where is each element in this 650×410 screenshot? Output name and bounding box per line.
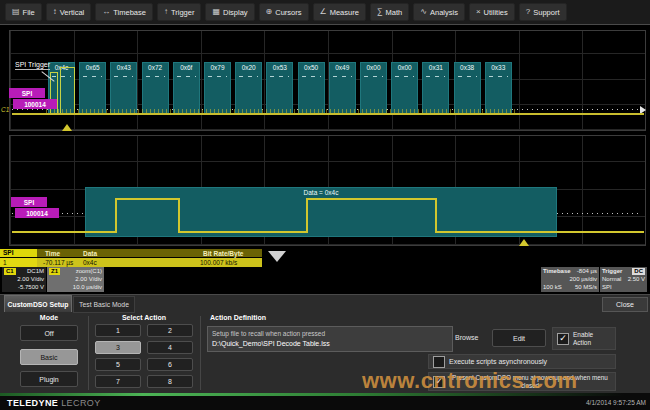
utilities-icon: × <box>476 8 481 16</box>
menu-cursors[interactable]: ⊕Cursors <box>259 3 309 21</box>
setup-file-box[interactable]: Setup file to recall when action pressed… <box>207 326 453 352</box>
zoom-trigger-position-marker[interactable] <box>519 239 529 246</box>
menu-trigger[interactable]: ↑Trigger <box>157 3 201 21</box>
chip-select-pulse <box>60 67 75 115</box>
spi-packet: 0x31 <box>422 62 449 114</box>
spi-packet-value: 0x6f <box>174 63 199 71</box>
spi-packet-value: 0x79 <box>205 63 230 71</box>
action-definition-header: Action Definition <box>210 314 266 321</box>
action-button-2[interactable]: 2 <box>147 324 193 337</box>
browse-button[interactable]: Browse <box>455 334 478 341</box>
action-button-1[interactable]: 1 <box>95 324 141 337</box>
vertical-icon: ↕ <box>53 8 57 16</box>
menu-label: Math <box>386 8 403 17</box>
c1-trace-activity <box>46 109 516 113</box>
z1-descriptor-box[interactable]: Z1zoom(C1) 2.00 V/div 10.0 µs/div <box>47 267 104 292</box>
action-button-7[interactable]: 7 <box>95 375 141 388</box>
menu-math[interactable]: ∑Math <box>370 3 409 21</box>
spi-packet-value: 0x33 <box>486 63 511 71</box>
decode-table-protocol: SPI <box>0 249 37 257</box>
decode-row-bitrate: 100.007 kb/s <box>200 258 237 268</box>
footer-bar: TELEDYNELECROY 4/1/2014 9:57:25 AM <box>0 393 650 410</box>
z1-vdiv: 2.00 V/div <box>75 276 102 283</box>
brand-logo: TELEDYNELECROY <box>7 398 101 408</box>
spi-packet: 0x33 <box>485 62 512 114</box>
spi-packet-value: 0x00 <box>392 63 417 71</box>
menu-file[interactable]: ▤File <box>5 3 42 21</box>
trigger-descriptor-box[interactable]: TriggerDC Normal2.50 V SPI <box>600 267 647 292</box>
timebase-delay: -804 µs <box>577 268 597 275</box>
spi-packet: 0x43 <box>110 62 137 114</box>
menu-support[interactable]: ?Support <box>519 3 567 21</box>
cursors-icon: ⊕ <box>266 8 273 16</box>
select-action-grid: 12345678 <box>95 324 193 388</box>
watermark: www.cntronics.com <box>362 368 578 394</box>
tab-customdso-setup[interactable]: CustomDSO Setup <box>4 295 72 312</box>
mode-plugin-button[interactable]: Plugin <box>20 371 78 387</box>
display-icon: ▦ <box>212 8 220 16</box>
z1-trace-segment <box>306 198 437 200</box>
spi-packet: 0x72 <box>142 62 169 114</box>
z1-trace-segment <box>178 231 308 233</box>
trigger-type: SPI <box>602 284 612 291</box>
menu-timebase[interactable]: ↔Timebase <box>95 3 153 21</box>
mode-basic-button[interactable]: Basic <box>20 349 78 365</box>
math-icon: ∑ <box>377 8 383 16</box>
decode-table-expand-icon[interactable] <box>268 251 286 262</box>
setup-file-path: D:\Quick_Demo\SPI Decode Table.lss <box>212 339 448 349</box>
spi-packet: 0x53 <box>266 62 293 114</box>
execute-async-checkbox[interactable] <box>433 356 445 368</box>
spi-packet: 0x49 <box>329 62 356 114</box>
timebase-icon: ↔ <box>102 8 110 16</box>
c1-vdiv: 2.00 V/div <box>17 276 44 283</box>
action-button-5[interactable]: 5 <box>95 358 141 371</box>
action-button-3[interactable]: 3 <box>95 341 141 354</box>
close-button[interactable]: Close <box>602 297 648 312</box>
menu-utilities[interactable]: ×Utilities <box>469 3 515 21</box>
action-button-8[interactable]: 8 <box>147 375 193 388</box>
decode-row-index: 1 <box>3 258 7 268</box>
trigger-position-marker[interactable] <box>62 124 72 131</box>
menu-vertical[interactable]: ↕Vertical <box>46 3 92 21</box>
menu-label: Analysis <box>430 8 458 17</box>
menu-label: Support <box>533 8 559 17</box>
timebase-tdiv: 200 µs/div <box>570 276 597 283</box>
tab-test-basic-mode[interactable]: Test Basic Mode <box>73 296 135 313</box>
edit-button[interactable]: Edit <box>492 329 546 347</box>
z1-trace-segment <box>115 199 117 233</box>
enable-action-checkbox[interactable]: ✓ <box>557 333 569 345</box>
menu-display[interactable]: ▦Display <box>205 3 254 21</box>
decode-col-time: Time <box>45 249 60 258</box>
spi-packet: 0x65 <box>79 62 106 114</box>
brand-secondary: LECROY <box>61 398 100 408</box>
trigger-coupling-badge: DC <box>632 268 645 275</box>
menu-analysis[interactable]: ∿Analysis <box>413 3 465 21</box>
z1-trace-segment <box>435 199 437 233</box>
enable-action-label: Enable Action <box>573 331 611 347</box>
spi-bus-badge: SPI <box>9 88 45 98</box>
trigger-label: Trigger <box>602 268 622 275</box>
spi-bus-id-badge-zoom: 100014 <box>15 208 59 218</box>
timebase-descriptor-box[interactable]: Timebase-804 µs 200 µs/div 100 kS50 MS/s <box>541 267 599 292</box>
menu-label: Utilities <box>484 8 508 17</box>
action-button-6[interactable]: 6 <box>147 358 193 371</box>
spi-packet-value: 0x31 <box>423 63 448 71</box>
menu-label: Timebase <box>113 8 146 17</box>
spi-packet-value: 0x20 <box>236 63 261 71</box>
execute-async-row: Execute scripts asynchronously <box>428 354 616 369</box>
mode-off-button[interactable]: Off <box>20 325 78 341</box>
spi-packet: 0x00 <box>391 62 418 114</box>
decode-row-time: -70.117 µs <box>43 258 73 268</box>
spi-packet-value: 0x50 <box>299 63 324 71</box>
z1-tdiv: 10.0 µs/div <box>73 284 102 291</box>
enable-action-row: ✓ Enable Action <box>552 327 616 350</box>
menu-measure[interactable]: ∠Measure <box>313 3 366 21</box>
spi-packet-value: 0x49 <box>330 63 355 71</box>
analysis-icon: ∿ <box>420 8 427 16</box>
spi-packet: 0x00 <box>360 62 387 114</box>
z1-source: zoom(C1) <box>76 268 102 275</box>
action-button-4[interactable]: 4 <box>147 341 193 354</box>
menu-bar: ▤File↕Vertical↔Timebase↑Trigger▦Display⊕… <box>0 0 650 25</box>
c1-descriptor-box[interactable]: C1DC1M 2.00 V/div -5.7500 V <box>2 267 46 292</box>
spi-packet: 0x20 <box>235 62 262 114</box>
